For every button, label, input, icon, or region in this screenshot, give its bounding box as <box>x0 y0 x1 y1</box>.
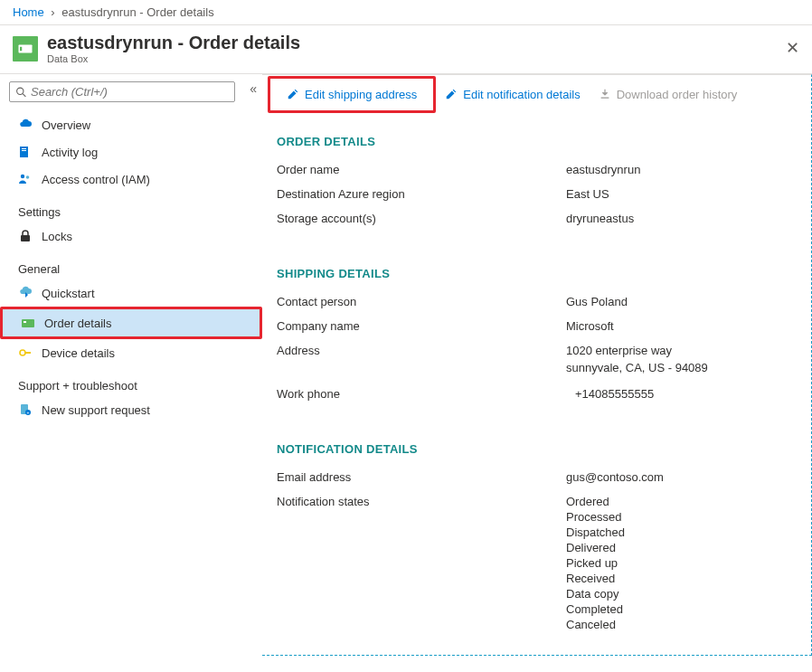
contact-value: Gus Poland <box>566 295 628 308</box>
svg-text:+: + <box>27 410 30 415</box>
sidebar-item-locks[interactable]: Locks <box>0 222 262 250</box>
phone-label: Work phone <box>277 387 566 401</box>
log-icon <box>18 145 33 159</box>
breadcrumb-home[interactable]: Home <box>13 5 44 19</box>
sidebar-item-label: Order details <box>44 317 111 330</box>
section-title-notification: NOTIFICATION DETAILS <box>277 442 797 456</box>
state-item: Canceled <box>566 618 625 631</box>
svg-rect-9 <box>21 235 30 241</box>
phone-value: +14085555555 <box>566 387 654 401</box>
download-icon <box>599 88 611 100</box>
pencil-icon <box>445 88 458 100</box>
sidebar-item-label: New support request <box>42 403 150 417</box>
sidebar-item-label: Overview <box>42 118 90 132</box>
lock-icon <box>18 229 33 243</box>
search-input[interactable] <box>31 85 229 99</box>
storage-value: dryruneastus <box>566 212 634 225</box>
svg-rect-11 <box>24 321 26 323</box>
sidebar-group-settings: Settings <box>0 193 262 222</box>
sidebar-group-support: Support + troubleshoot <box>0 366 262 396</box>
svg-point-7 <box>21 175 24 178</box>
svg-point-8 <box>26 175 30 179</box>
state-item: Data copy <box>566 587 625 601</box>
toolbar-label: Download order history <box>617 88 738 101</box>
sidebar-item-overview[interactable]: Overview <box>0 111 262 138</box>
edit-shipping-button[interactable]: Edit shipping address <box>278 82 426 107</box>
svg-rect-17 <box>600 98 609 99</box>
states-list: OrderedProcessedDispatchedDeliveredPicke… <box>566 495 625 631</box>
state-item: Processed <box>566 510 625 524</box>
email-value: gus@contoso.com <box>566 470 664 484</box>
email-label: Email address <box>277 470 566 484</box>
sidebar-item-label: Activity log <box>42 146 98 159</box>
sidebar-item-quickstart[interactable]: Quickstart <box>0 279 262 307</box>
key-icon <box>18 345 33 360</box>
sidebar-item-label: Access control (IAM) <box>42 173 150 186</box>
databox-icon <box>13 36 38 62</box>
section-title-shipping: SHIPPING DETAILS <box>277 267 797 280</box>
state-item: Completed <box>566 602 625 616</box>
breadcrumb: Home › eastusdrynrun - Order details <box>0 0 812 25</box>
dest-region-value: East US <box>566 187 609 201</box>
breadcrumb-current: eastusdrynrun - Order details <box>61 5 213 19</box>
sidebar-item-label: Device details <box>42 346 115 360</box>
svg-rect-6 <box>22 150 26 151</box>
contact-label: Contact person <box>277 295 566 308</box>
svg-point-2 <box>17 88 24 94</box>
states-label: Notification states <box>277 495 566 631</box>
order-name-label: Order name <box>277 163 566 176</box>
page-subtitle: Data Box <box>47 53 300 64</box>
sidebar-item-device-details[interactable]: Device details <box>0 339 262 366</box>
storage-label: Storage account(s) <box>277 212 566 225</box>
state-item: Delivered <box>566 541 625 554</box>
address-label: Address <box>277 344 566 357</box>
close-icon[interactable]: ✕ <box>786 38 799 58</box>
sidebar-item-access-control[interactable]: Access control (IAM) <box>0 166 262 193</box>
page-header: eastusdrynrun - Order details Data Box ✕ <box>0 25 812 74</box>
svg-rect-13 <box>24 352 31 354</box>
toolbar-label: Edit shipping address <box>305 88 417 101</box>
search-box[interactable] <box>9 81 235 102</box>
sidebar-item-activity-log[interactable]: Activity log <box>0 138 262 166</box>
toolbar: Edit shipping address Edit notification … <box>262 75 811 113</box>
svg-rect-4 <box>20 147 28 157</box>
sidebar: « Overview Activity log Access control (… <box>0 74 262 656</box>
state-item: Ordered <box>566 495 625 508</box>
download-history-button: Download order history <box>590 82 747 107</box>
state-item: Received <box>566 572 625 585</box>
main-panel: Edit shipping address Edit notification … <box>262 74 812 656</box>
order-name-value: eastusdrynrun <box>566 163 640 176</box>
page-title: eastusdrynrun - Order details <box>47 33 300 53</box>
people-icon <box>18 172 33 186</box>
address-value-1: 1020 enterprise way <box>566 344 672 357</box>
cloud-arrow-icon <box>18 286 33 300</box>
support-icon: + <box>18 402 33 417</box>
company-value: Microsoft <box>566 319 614 333</box>
toolbar-label: Edit notification details <box>463 88 580 101</box>
dest-region-label: Destination Azure region <box>277 187 566 201</box>
search-icon <box>15 86 27 99</box>
sidebar-item-label: Locks <box>42 230 72 243</box>
company-label: Company name <box>277 319 566 333</box>
section-title-order: ORDER DETAILS <box>277 135 797 148</box>
svg-line-3 <box>23 93 25 96</box>
sidebar-item-order-details[interactable]: Order details <box>3 309 260 336</box>
sidebar-item-new-support[interactable]: + New support request <box>0 396 262 423</box>
sidebar-group-general: General <box>0 250 262 279</box>
edit-notification-button[interactable]: Edit notification details <box>436 82 589 107</box>
pencil-icon <box>287 88 299 100</box>
chevron-right-icon: › <box>51 5 54 19</box>
svg-rect-1 <box>20 47 22 52</box>
card-icon <box>21 316 35 330</box>
address-value-2: sunnyvale, CA, US - 94089 <box>277 361 797 374</box>
cloud-icon <box>18 118 33 132</box>
svg-rect-10 <box>22 319 34 327</box>
state-item: Picked up <box>566 556 625 570</box>
collapse-icon[interactable]: « <box>250 81 257 96</box>
sidebar-item-label: Quickstart <box>42 287 95 300</box>
svg-rect-5 <box>22 148 26 149</box>
state-item: Dispatched <box>566 525 625 539</box>
